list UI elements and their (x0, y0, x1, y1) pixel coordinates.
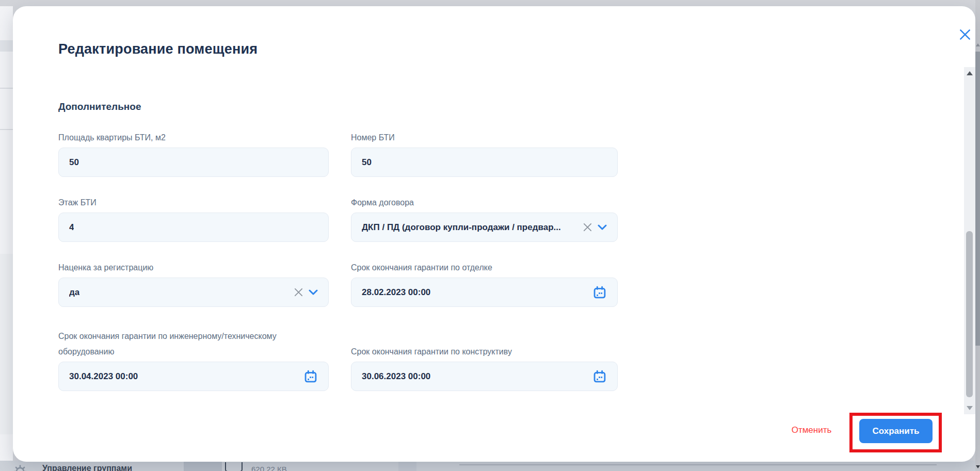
calendar-icon[interactable] (303, 369, 318, 384)
modal-title: Редактирование помещения (58, 41, 258, 57)
registration-markup-select[interactable]: да (58, 278, 329, 307)
background-row-divider (0, 129, 13, 130)
clear-icon[interactable] (294, 287, 303, 297)
area-bti-value: 50 (69, 157, 79, 168)
screen: Управление группами 620.22 КВ Редактиров… (0, 0, 980, 471)
modal-scrollbar[interactable] (964, 67, 975, 414)
modal-scrollbar-thumb[interactable] (966, 231, 973, 397)
background-row-band (0, 254, 13, 434)
contract-form-label: Форма договора (351, 195, 618, 210)
warranty-structure-date-input[interactable]: 30.06.2023 00:00 (351, 362, 618, 391)
warranty-finishing-value: 28.02.2023 00:00 (362, 287, 430, 298)
scrollbar-down-arrow-icon[interactable] (967, 406, 973, 410)
warranty-structure-label: Срок окончания гарантии по конструктиву (351, 344, 618, 360)
calendar-icon[interactable] (592, 369, 607, 384)
chevron-down-icon[interactable] (598, 224, 607, 231)
page-scrollbar[interactable] (975, 0, 980, 471)
scrollbar-up-arrow-icon[interactable] (967, 71, 973, 75)
registration-markup-label: Наценка за регистрацию (58, 260, 329, 275)
warranty-engineering-date-input[interactable]: 30.04.2023 00:00 (58, 362, 329, 391)
section-title-additional: Дополнительное (58, 101, 141, 112)
warranty-engineering-label: Срок окончания гарантии по инженерному/т… (58, 329, 301, 360)
background-column-band (184, 461, 222, 471)
calendar-icon[interactable] (592, 285, 607, 300)
warranty-finishing-label: Срок окончания гарантии по отделке (351, 260, 618, 275)
warranty-structure-value: 30.06.2023 00:00 (362, 371, 430, 382)
registration-markup-value: да (69, 287, 79, 298)
floor-bti-label: Этаж БТИ (58, 195, 329, 210)
number-bti-input[interactable]: 50 (351, 148, 618, 177)
scrollbar-up-arrow-icon[interactable] (976, 43, 980, 46)
chevron-down-icon[interactable] (309, 289, 318, 296)
document-icon (225, 462, 243, 471)
background-row-border (459, 464, 937, 465)
contract-form-select[interactable]: ДКП / ПД (договор купли-продажи / предва… (351, 213, 618, 242)
close-button[interactable] (957, 27, 973, 42)
clear-icon[interactable] (583, 222, 592, 232)
background-row-divider (0, 88, 13, 89)
save-button[interactable]: Сохранить (859, 419, 933, 443)
warranty-finishing-date-input[interactable]: 28.02.2023 00:00 (351, 278, 618, 307)
background-row-band (0, 40, 13, 52)
background-column-band (398, 461, 416, 471)
number-bti-value: 50 (362, 157, 372, 168)
background-group-management-label: Управление группами (42, 464, 132, 471)
edit-premises-modal: Редактирование помещения Дополнительное … (13, 6, 975, 462)
area-bti-input[interactable]: 50 (58, 148, 329, 177)
floor-bti-input[interactable]: 4 (58, 213, 329, 242)
gear-icon (13, 465, 27, 471)
close-icon (958, 28, 972, 41)
scrollbar-down-arrow-icon[interactable] (976, 465, 980, 468)
background-table-row: Управление группами 620.22 КВ (0, 461, 980, 471)
area-bti-label: Площадь квартиры БТИ, м2 (58, 130, 329, 145)
number-bti-label: Номер БТИ (351, 130, 618, 145)
warranty-engineering-value: 30.04.2023 00:00 (69, 371, 138, 382)
contract-form-value: ДКП / ПД (договор купли-продажи / предва… (362, 222, 561, 233)
background-page-left-strip (0, 6, 13, 461)
page-scrollbar-thumb[interactable] (975, 52, 980, 346)
background-file-size: 620.22 КВ (251, 465, 287, 471)
cancel-button[interactable]: Отменить (779, 425, 844, 435)
floor-bti-value: 4 (69, 222, 74, 233)
